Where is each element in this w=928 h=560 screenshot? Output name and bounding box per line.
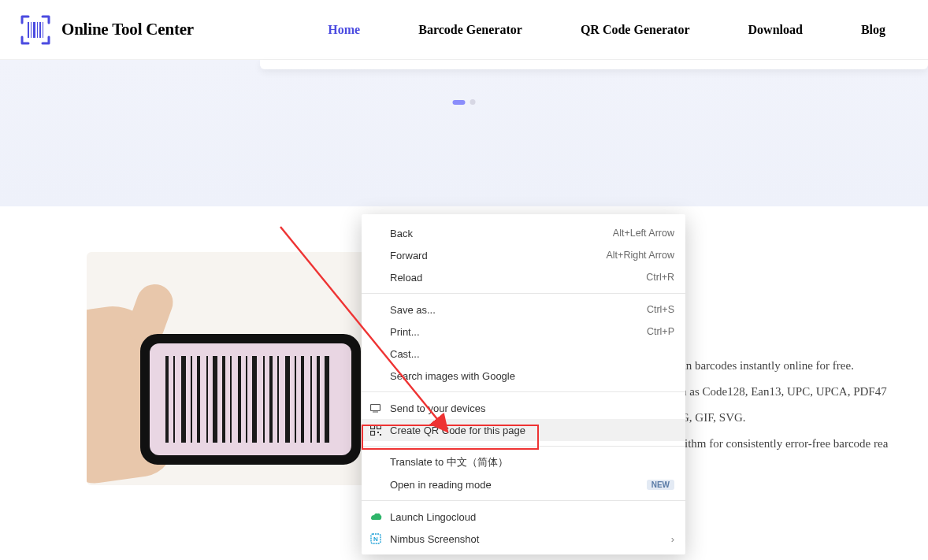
svg-rect-1 (31, 22, 32, 38)
svg-rect-0 (28, 22, 29, 38)
barcode-graphic (165, 356, 335, 443)
ctx-shortcut: Ctrl+P (647, 326, 674, 337)
ctx-shortcut: Ctrl+S (647, 304, 674, 315)
carousel-dot[interactable] (470, 99, 476, 105)
ctx-label: Translate to 中文（简体） (390, 455, 674, 469)
nimbus-icon: N (369, 532, 382, 545)
ctx-separator (362, 293, 685, 294)
svg-rect-11 (377, 432, 379, 433)
carousel-dots (453, 99, 476, 105)
svg-rect-3 (37, 22, 38, 38)
svg-rect-8 (371, 425, 375, 429)
ctx-label: Reload (390, 272, 646, 284)
card-edge (260, 60, 928, 69)
ctx-separator (362, 446, 685, 447)
svg-rect-10 (371, 432, 375, 436)
feature-text: an barcodes instantly online for free. n… (681, 353, 928, 457)
brand-name: Online Tool Center (61, 20, 194, 39)
ctx-cast[interactable]: Cast... (362, 343, 685, 365)
ctx-label: Back (390, 228, 613, 239)
ctx-save-as[interactable]: Save as... Ctrl+S (362, 299, 685, 321)
nav-download[interactable]: Download (748, 23, 803, 37)
ctx-back[interactable]: Back Alt+Left Arrow (362, 222, 685, 244)
ctx-label: Cast... (390, 348, 674, 360)
svg-rect-9 (377, 425, 381, 429)
svg-text:N: N (373, 536, 378, 543)
svg-rect-4 (39, 22, 41, 38)
ctx-search-google[interactable]: Search images with Google (362, 365, 685, 387)
feature-line: an barcodes instantly online for free. (681, 353, 928, 379)
logo[interactable]: Online Tool Center (19, 13, 194, 46)
new-badge: NEW (647, 480, 674, 490)
ctx-label: Save as... (390, 304, 647, 316)
ctx-print[interactable]: Print... Ctrl+P (362, 321, 685, 343)
ctx-send-devices[interactable]: Send to your devices (362, 397, 685, 419)
main-nav: Home Barcode Generator QR Code Generator… (328, 23, 885, 37)
ctx-label: Print... (390, 326, 647, 338)
nav-barcode-generator[interactable]: Barcode Generator (418, 23, 522, 37)
ctx-shortcut: Alt+Right Arrow (607, 250, 675, 261)
ctx-label: Create QR Code for this page (390, 425, 674, 436)
svg-rect-2 (33, 22, 35, 38)
ctx-shortcut: Ctrl+R (646, 272, 674, 283)
browser-context-menu: Back Alt+Left Arrow Forward Alt+Right Ar… (362, 214, 685, 554)
ctx-nimbus[interactable]: N Nimbus Screenshot › (362, 528, 685, 550)
ctx-label: Forward (390, 250, 607, 261)
ctx-label: Launch Lingocloud (390, 511, 674, 523)
ctx-reading-mode[interactable]: Open in reading mode NEW (362, 473, 685, 495)
svg-rect-5 (43, 22, 43, 38)
hero-section (0, 60, 928, 206)
nav-qr-generator[interactable]: QR Code Generator (581, 23, 690, 37)
ctx-label: Send to your devices (390, 402, 674, 414)
svg-rect-6 (370, 404, 380, 410)
barcode-logo-icon (19, 13, 52, 46)
ctx-label: Search images with Google (390, 370, 674, 382)
ctx-separator (362, 391, 685, 392)
feature-line: rithm for consistently error-free barcod… (681, 431, 928, 457)
ctx-shortcut: Alt+Left Arrow (613, 228, 674, 239)
svg-rect-12 (380, 434, 381, 436)
ctx-reload[interactable]: Reload Ctrl+R (362, 266, 685, 288)
feature-line: G, GIF, SVG. (681, 405, 928, 431)
nav-home[interactable]: Home (328, 23, 360, 37)
header: Online Tool Center Home Barcode Generato… (0, 0, 928, 60)
devices-icon (369, 402, 382, 414)
carousel-dot-active[interactable] (453, 100, 466, 105)
ctx-label: Open in reading mode (390, 479, 640, 491)
ctx-forward[interactable]: Forward Alt+Right Arrow (362, 244, 685, 266)
ctx-lingocloud[interactable]: Launch Lingocloud (362, 506, 685, 528)
feature-line: n as Code128, Ean13, UPC, UPCA, PDF47 (681, 379, 928, 405)
chevron-right-icon: › (671, 533, 674, 545)
qr-icon (369, 424, 382, 436)
lingocloud-icon (369, 510, 382, 523)
svg-rect-7 (373, 411, 378, 412)
ctx-separator (362, 500, 685, 501)
ctx-label: Nimbus Screenshot (390, 533, 671, 545)
ctx-create-qr[interactable]: Create QR Code for this page (362, 419, 685, 441)
illustration-phone-barcode (87, 252, 370, 485)
ctx-translate[interactable]: Translate to 中文（简体） (362, 451, 685, 473)
nav-blog[interactable]: Blog (861, 23, 885, 37)
